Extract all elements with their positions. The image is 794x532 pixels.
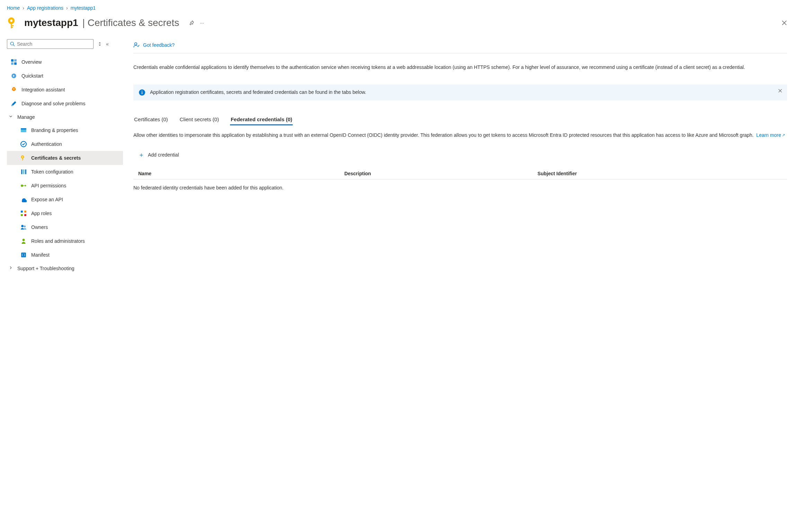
app-roles-icon bbox=[20, 210, 27, 217]
sidebar-item-integration-assistant[interactable]: Integration assistant bbox=[7, 83, 123, 97]
sidebar-item-diagnose[interactable]: Diagnose and solve problems bbox=[7, 97, 123, 110]
sidebar-item-branding[interactable]: Branding & properties bbox=[7, 123, 123, 137]
tab-client-secrets[interactable]: Client secrets (0) bbox=[179, 114, 220, 125]
table-header: Name Description Subject Identifier bbox=[133, 168, 787, 179]
add-credential-button[interactable]: ＋ Add credential bbox=[133, 147, 787, 162]
feedback-link[interactable]: Got feedback? bbox=[133, 39, 787, 53]
sidebar-item-label: Integration assistant bbox=[21, 87, 65, 92]
svg-rect-10 bbox=[14, 62, 17, 65]
chevron-right-icon: › bbox=[66, 5, 68, 11]
token-icon bbox=[20, 168, 27, 175]
search-input[interactable] bbox=[17, 41, 90, 47]
info-icon bbox=[139, 89, 145, 96]
owners-icon bbox=[20, 224, 27, 231]
sidebar-item-certificates-secrets[interactable]: Certificates & secrets bbox=[7, 151, 123, 165]
svg-line-6 bbox=[13, 45, 15, 46]
svg-rect-20 bbox=[23, 169, 24, 174]
key-icon bbox=[7, 16, 20, 29]
learn-more-link[interactable]: Learn more↗ bbox=[756, 132, 785, 138]
sidebar-item-label: Overview bbox=[21, 59, 42, 65]
svg-rect-18 bbox=[23, 159, 24, 160]
svg-rect-3 bbox=[12, 25, 14, 26]
sidebar-section-label: Support + Troubleshooting bbox=[17, 266, 74, 271]
svg-rect-4 bbox=[12, 27, 13, 28]
sidebar: « Overview Quickstart Integration assist… bbox=[7, 39, 123, 275]
rocket-icon bbox=[10, 86, 17, 93]
page-header: mytestapp1 | Certificates & secrets ··· bbox=[7, 16, 787, 29]
feedback-label: Got feedback? bbox=[143, 42, 175, 48]
sidebar-item-label: API permissions bbox=[31, 183, 66, 188]
sidebar-section-label: Manage bbox=[17, 114, 35, 120]
search-icon bbox=[10, 42, 15, 46]
breadcrumb-current[interactable]: mytestapp1 bbox=[71, 5, 96, 11]
sidebar-item-owners[interactable]: Owners bbox=[7, 220, 123, 234]
svg-rect-35 bbox=[142, 92, 142, 94]
roles-admin-icon bbox=[20, 238, 27, 245]
svg-point-5 bbox=[10, 42, 14, 45]
svg-point-1 bbox=[10, 19, 12, 22]
sidebar-item-quickstart[interactable]: Quickstart bbox=[7, 69, 123, 83]
tab-description: Allow other identities to impersonate th… bbox=[133, 132, 787, 139]
sidebar-item-roles-administrators[interactable]: Roles and administrators bbox=[7, 234, 123, 248]
sidebar-section-support[interactable]: Support + Troubleshooting bbox=[7, 262, 123, 275]
svg-point-34 bbox=[142, 91, 143, 92]
sidebar-item-expose-api[interactable]: Expose an API bbox=[7, 193, 123, 206]
sidebar-item-label: Token configuration bbox=[31, 169, 73, 175]
svg-point-27 bbox=[21, 225, 24, 227]
tabs: Certificates (0) Client secrets (0) Fede… bbox=[133, 114, 787, 125]
sidebar-item-label: Certificates & secrets bbox=[31, 155, 81, 161]
sidebar-item-overview[interactable]: Overview bbox=[7, 55, 123, 69]
sidebar-item-manifest[interactable]: {} Manifest bbox=[7, 248, 123, 262]
svg-rect-23 bbox=[21, 211, 23, 213]
sidebar-item-label: App roles bbox=[31, 211, 52, 216]
search-input-wrapper[interactable] bbox=[7, 39, 94, 49]
sidebar-item-label: Quickstart bbox=[21, 73, 43, 79]
banner-text: Application registration certificates, s… bbox=[150, 89, 782, 95]
breadcrumb-app-registrations[interactable]: App registrations bbox=[27, 5, 63, 11]
pin-icon[interactable] bbox=[189, 20, 194, 26]
sidebar-item-api-permissions[interactable]: API permissions bbox=[7, 179, 123, 193]
tab-federated-credentials[interactable]: Federated credentials (0) bbox=[230, 114, 293, 125]
sidebar-item-label: Authentication bbox=[31, 141, 62, 147]
sidebar-item-label: Owners bbox=[31, 224, 48, 230]
dismiss-icon[interactable] bbox=[778, 89, 782, 93]
svg-point-22 bbox=[21, 185, 23, 187]
breadcrumb-home[interactable]: Home bbox=[7, 5, 20, 11]
add-credential-label: Add credential bbox=[148, 152, 179, 158]
quickstart-icon bbox=[10, 72, 17, 79]
svg-rect-25 bbox=[21, 214, 23, 216]
svg-point-32 bbox=[134, 43, 137, 45]
plus-icon: ＋ bbox=[138, 151, 144, 159]
svg-rect-7 bbox=[11, 59, 14, 62]
expand-icon[interactable] bbox=[98, 41, 102, 47]
wrench-icon bbox=[10, 100, 17, 107]
sidebar-item-token-configuration[interactable]: Token configuration bbox=[7, 165, 123, 179]
empty-state-message: No federated identity credentials have b… bbox=[133, 179, 787, 196]
svg-rect-21 bbox=[25, 169, 26, 174]
svg-point-16 bbox=[22, 156, 23, 157]
svg-rect-17 bbox=[22, 158, 23, 161]
key-icon bbox=[20, 154, 27, 161]
chevron-down-icon bbox=[8, 114, 13, 120]
sidebar-item-label: Branding & properties bbox=[31, 127, 78, 133]
column-subject: Subject Identifier bbox=[538, 171, 782, 176]
collapse-icon[interactable]: « bbox=[106, 41, 109, 47]
chevron-right-icon: › bbox=[23, 5, 24, 11]
sidebar-item-label: Manifest bbox=[31, 252, 50, 258]
app-name: mytestapp1 bbox=[24, 17, 78, 28]
info-banner: Application registration certificates, s… bbox=[133, 85, 787, 100]
svg-rect-26 bbox=[24, 214, 26, 216]
manifest-icon: {} bbox=[20, 251, 27, 258]
sidebar-item-app-roles[interactable]: App roles bbox=[7, 206, 123, 220]
overview-icon bbox=[10, 59, 17, 65]
chevron-right-icon bbox=[8, 265, 13, 271]
svg-rect-13 bbox=[21, 128, 26, 129]
main-content: Got feedback? Credentials enable confide… bbox=[133, 39, 787, 275]
close-icon[interactable] bbox=[782, 20, 787, 26]
expose-api-icon bbox=[20, 196, 27, 203]
sidebar-item-authentication[interactable]: Authentication bbox=[7, 137, 123, 151]
column-name: Name bbox=[138, 171, 344, 176]
tab-certificates[interactable]: Certificates (0) bbox=[133, 114, 169, 125]
sidebar-section-manage[interactable]: Manage bbox=[7, 110, 123, 123]
more-icon[interactable]: ··· bbox=[200, 20, 204, 26]
